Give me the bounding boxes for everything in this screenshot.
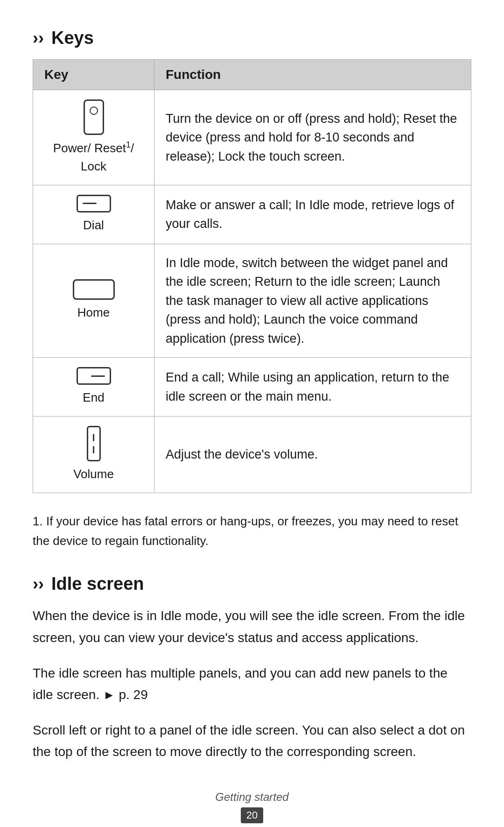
key-cell: Volume [33,417,154,493]
idle-heading-text: Idle screen [51,574,144,594]
table-row: DialMake or answer a call; In Idle mode,… [33,185,471,244]
idle-paragraph-1: When the device is in Idle mode, you wil… [33,605,471,648]
table-header-row: Key Function [33,60,471,90]
end-key-icon [77,367,111,385]
keys-table: Key Function Power/ Reset1/ LockTurn the… [33,59,471,493]
chevron-right-icon: ›› [33,28,44,48]
key-label: Dial [83,216,104,234]
table-row: HomeIn Idle mode, switch between the wid… [33,244,471,358]
chevron-right-icon-2: ›› [33,574,44,594]
arrow-right-icon: ► [103,685,115,705]
col-header-function: Function [154,60,471,90]
idle-paragraph-2: The idle screen has multiple panels, and… [33,663,471,706]
idle-paragraph-3: Scroll left or right to a panel of the i… [33,720,471,763]
volume-key-icon [87,426,101,461]
table-row: EndEnd a call; While using an applicatio… [33,358,471,417]
key-label: Volume [73,465,114,483]
idle-section-heading: ›› Idle screen [33,574,471,594]
idle-section: ›› Idle screen When the device is in Idl… [33,574,471,763]
key-label: Home [77,304,110,322]
footnote-text: 1. If your device has fatal errors or ha… [33,512,471,551]
key-label: Power/ Reset1/ Lock [44,139,143,176]
key-cell: Power/ Reset1/ Lock [33,90,154,185]
keys-heading-text: Keys [51,28,94,48]
key-cell: Home [33,244,154,358]
function-cell: Make or answer a call; In Idle mode, ret… [154,185,471,244]
key-cell: Dial [33,185,154,244]
dial-key-icon [77,195,111,212]
key-cell: End [33,358,154,417]
power-key-icon [84,99,104,135]
col-header-key: Key [33,60,154,90]
function-cell: Turn the device on or off (press and hol… [154,90,471,185]
function-cell: End a call; While using an application, … [154,358,471,417]
table-row: Power/ Reset1/ LockTurn the device on or… [33,90,471,185]
function-cell: Adjust the device's volume. [154,417,471,493]
home-key-icon [73,279,115,300]
key-label: End [83,389,104,407]
table-row: VolumeAdjust the device's volume. [33,417,471,493]
page-footer: Getting started 20 [33,791,471,823]
keys-section-heading: ›› Keys [33,28,471,48]
page-number: 20 [241,807,263,823]
footer-section-label: Getting started [33,791,471,804]
function-cell: In Idle mode, switch between the widget … [154,244,471,358]
